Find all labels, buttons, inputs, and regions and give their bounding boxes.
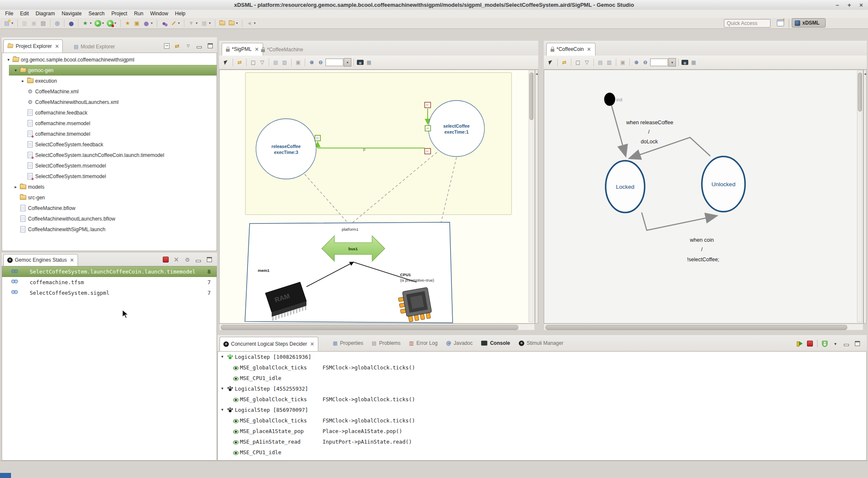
engine-row[interactable]: SelectCoffeeSystem.launchCoffeeCoin.laun… [2, 266, 217, 277]
external-tools-icon[interactable] [81, 20, 89, 27]
close-icon[interactable] [587, 46, 591, 52]
close-icon[interactable] [55, 43, 59, 49]
expand-arrow-icon[interactable]: ▾ [221, 407, 223, 412]
zoom-in-icon[interactable] [308, 59, 315, 66]
mse-row[interactable]: MSE_globalClock_ticksFSMClock->globalClo… [218, 416, 866, 426]
zoom-level-combo[interactable] [650, 59, 668, 66]
open-perspective-icon[interactable] [777, 20, 784, 26]
minimize-icon[interactable]: – [836, 2, 839, 8]
minimize-view-icon[interactable] [843, 340, 850, 347]
zoom-combo-caret-icon[interactable]: ▾ [344, 58, 351, 67]
expand-arrow-icon[interactable]: ▾ [221, 354, 223, 359]
snapshot-icon[interactable] [682, 60, 688, 65]
export-diagram-icon[interactable] [597, 59, 604, 66]
refresh-icon[interactable] [561, 59, 568, 66]
close-icon[interactable] [70, 257, 74, 263]
expand-arrow-icon[interactable]: ▾ [221, 386, 223, 391]
logical-step-row[interactable]: ▾LogicalStep [856970097] [218, 405, 866, 416]
pencil-icon[interactable] [170, 20, 177, 27]
new-folder-icon[interactable] [218, 20, 226, 27]
maximize-view-icon[interactable] [206, 256, 213, 263]
engine-row[interactable]: SelectCoffeeSystem.sigpml7 [2, 288, 217, 298]
menu-help[interactable]: Help [172, 10, 189, 18]
coffeecoin-canvas[interactable]: init Locked Unlocked when releaseCoffee … [544, 70, 863, 324]
export-image-icon[interactable] [281, 59, 288, 66]
dropdown-caret-icon[interactable]: ▾ [114, 20, 118, 27]
tab-coffeemachine[interactable]: *CoffeeMachine [257, 44, 307, 56]
tree-item[interactable]: CoffeeMachine.xml [2, 86, 217, 97]
tree-item[interactable]: models [2, 182, 217, 192]
menu-navigate[interactable]: Navigate [58, 10, 85, 18]
coffeecoin-horizontal-scrollbar[interactable] [544, 324, 863, 330]
filter-icon[interactable] [259, 59, 266, 66]
decider-shield-icon[interactable] [822, 341, 828, 347]
zoom-combo-caret-icon[interactable]: ▾ [668, 58, 676, 67]
gemoc-star-icon[interactable] [124, 20, 131, 27]
zoom-in-icon[interactable] [633, 59, 640, 66]
run-icon[interactable] [95, 20, 101, 27]
tree-item[interactable]: src-gen [2, 192, 217, 203]
select-cursor-icon[interactable] [547, 59, 554, 66]
collapse-all-icon[interactable] [164, 43, 170, 49]
tree-item[interactable]: CoffeeMachine.bflow [2, 203, 217, 213]
dropdown-caret-icon[interactable]: ▾ [209, 20, 212, 27]
mse-row[interactable]: MSE_placeA1State_popPlace->placeA1State.… [218, 426, 866, 437]
coffeecoin-vertical-scrollbar[interactable] [857, 70, 862, 322]
quick-access-input[interactable]: Quick Access [724, 19, 771, 28]
tab-gemoc-engines-status[interactable]: Gemoc Engines Status [3, 254, 78, 266]
expand-arrow-icon[interactable] [6, 57, 11, 62]
gemoc-circle-icon[interactable] [142, 20, 150, 27]
zoom-level-combo[interactable] [326, 59, 343, 66]
mse-row[interactable]: MSE_CPU1_idle [218, 447, 866, 458]
agent-releasecoffee[interactable] [256, 119, 316, 179]
close-icon[interactable] [310, 341, 314, 347]
grid-visibility-icon[interactable] [365, 59, 373, 66]
tree-item[interactable]: gemoc-gen [2, 65, 217, 75]
tab-model-explorer[interactable]: ▤ Model Explorer [70, 40, 118, 53]
dropdown-caret-icon[interactable]: ▾ [178, 20, 181, 27]
debug-sphere-icon[interactable] [67, 20, 75, 27]
dropdown-caret-icon[interactable]: ▾ [11, 20, 15, 27]
dropdown-caret-icon[interactable]: ▾ [254, 20, 257, 27]
expand-arrow-icon[interactable] [13, 184, 19, 189]
tree-item[interactable]: SelectCoffeeSystem.launchCoffeeCoin.laun… [2, 150, 217, 160]
dropdown-caret-icon[interactable]: ▾ [151, 20, 154, 27]
mse-row[interactable]: MSE_globalClock_ticksFSMClock->globalClo… [218, 363, 866, 373]
expand-arrow-icon[interactable] [20, 78, 26, 83]
zoom-out-icon[interactable] [317, 59, 324, 66]
tab-project-explorer[interactable]: Project Explorer [3, 39, 63, 53]
logical-step-row[interactable]: ▾LogicalStep [455255932] [218, 384, 866, 394]
minimize-view-icon[interactable] [195, 256, 202, 263]
dropdown-caret-icon[interactable]: ▾ [236, 20, 239, 27]
dropdown-caret-icon[interactable]: ▾ [90, 20, 93, 27]
mse-row[interactable]: MSE_CPU1_idle [218, 373, 866, 384]
tree-item[interactable]: SelectCoffeeSystem.feedback [2, 139, 217, 150]
tree-item[interactable]: org.gemoc.sample.bcool.coffeemachinewith… [2, 54, 217, 65]
menu-edit[interactable]: Edit [17, 10, 32, 18]
tree-item[interactable]: SelectCoffeeSystem.timemodel [2, 171, 217, 182]
menu-project[interactable]: Project [108, 10, 131, 18]
export-diagram-icon[interactable] [272, 59, 279, 66]
perspective-xdsml-button[interactable]: xDSML [792, 18, 826, 28]
tree-item[interactable]: CoffeeMachinewithoutLaunchers.xml [2, 97, 217, 107]
stop-engine-icon[interactable] [163, 257, 169, 263]
view-menu-icon[interactable] [185, 42, 192, 49]
refresh-icon[interactable] [236, 59, 243, 66]
paste-layout-icon[interactable] [295, 59, 302, 66]
minimize-view-icon[interactable] [196, 42, 203, 49]
initial-state[interactable] [604, 93, 615, 106]
step-icon[interactable] [796, 340, 803, 347]
link-with-editor-icon[interactable] [174, 42, 181, 49]
tree-item[interactable]: execution [2, 75, 217, 86]
logical-step-row[interactable]: ▾LogicalStep [1008261936] [218, 352, 866, 363]
tab-concurrent-logical-steps-decider[interactable]: Concurrent Logical Steps Decider [220, 337, 318, 351]
layers-icon[interactable] [250, 59, 257, 66]
sigpml-horizontal-scrollbar[interactable] [219, 324, 535, 330]
palette-collapse-strip[interactable] [863, 70, 867, 324]
palette-collapse-strip[interactable] [535, 70, 538, 324]
tree-item[interactable]: SelectCoffeeSystem.msemodel [2, 160, 217, 171]
tab-stimuli-manager[interactable]: Stimuli Manager [515, 335, 568, 351]
debug-icon[interactable] [107, 20, 114, 27]
dropdown-caret-icon[interactable]: ▾ [196, 20, 199, 27]
filter-icon[interactable] [583, 59, 590, 66]
